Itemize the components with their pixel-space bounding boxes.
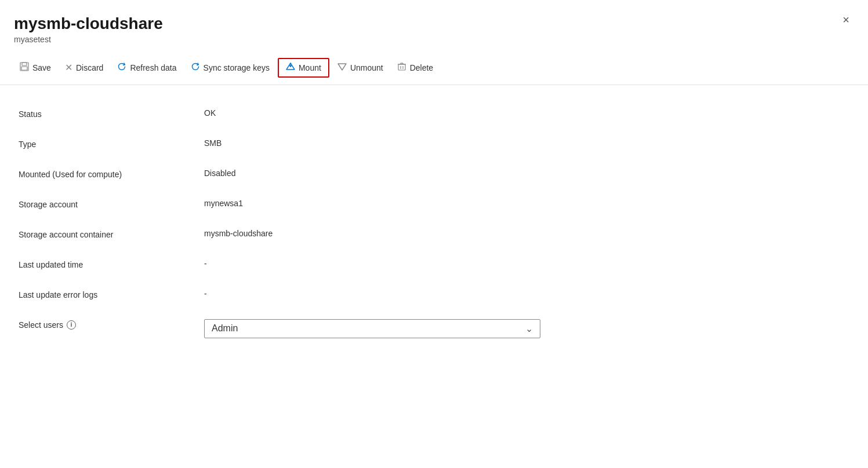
field-row-storage-container: Storage account container mysmb-cloudsha… <box>19 220 849 250</box>
mount-label: Mount <box>299 63 321 72</box>
field-value-storage-container: mysmb-cloudshare <box>204 229 849 238</box>
field-value-status: OK <box>204 108 849 118</box>
select-users-dropdown[interactable]: Admin ⌄ <box>204 319 540 338</box>
unmount-label: Unmount <box>350 63 383 72</box>
field-label-mounted: Mounted (Used for compute) <box>19 169 204 179</box>
delete-label: Delete <box>410 63 433 72</box>
field-row-storage-account: Storage account mynewsa1 <box>19 189 849 220</box>
field-label-error-logs: Last update error logs <box>19 289 204 299</box>
sync-label: Sync storage keys <box>204 63 270 72</box>
svg-marker-5 <box>289 65 292 67</box>
field-value-error-logs: - <box>204 289 849 298</box>
field-row-mounted: Mounted (Used for compute) Disabled <box>19 159 849 189</box>
mount-button[interactable]: Mount <box>278 58 329 78</box>
sync-button[interactable]: Sync storage keys <box>185 58 275 76</box>
field-value-storage-account: mynewsa1 <box>204 199 849 208</box>
save-icon <box>20 62 29 73</box>
svg-marker-6 <box>338 64 346 70</box>
field-label-status: Status <box>19 108 204 119</box>
panel-title: mysmb-cloudshare <box>14 14 849 34</box>
field-label-type: Type <box>19 138 204 149</box>
panel-header: mysmb-cloudshare myasetest × <box>0 0 868 44</box>
svg-rect-2 <box>21 67 27 70</box>
field-row-error-logs: Last update error logs - <box>19 280 849 310</box>
delete-button[interactable]: Delete <box>391 58 439 76</box>
save-label: Save <box>32 63 51 72</box>
field-row-status: Status OK <box>19 99 849 129</box>
field-value-last-updated: - <box>204 259 849 268</box>
delete-icon <box>397 62 406 73</box>
field-label-storage-account: Storage account <box>19 199 204 209</box>
mount-icon <box>286 62 295 74</box>
unmount-icon <box>337 62 347 73</box>
field-row-type: Type SMB <box>19 129 849 159</box>
field-label-storage-container: Storage account container <box>19 229 204 239</box>
select-users-label-text: Select users <box>19 320 63 330</box>
sync-icon <box>191 62 200 73</box>
refresh-button[interactable]: Refresh data <box>111 58 182 76</box>
svg-rect-7 <box>398 64 405 70</box>
save-button[interactable]: Save <box>14 58 57 76</box>
refresh-icon <box>117 62 126 73</box>
close-button[interactable]: × <box>838 12 854 28</box>
field-label-select-users: Select users i <box>19 319 204 330</box>
toolbar: Save ✕ Discard Refresh data <box>0 51 868 85</box>
field-value-mounted: Disabled <box>204 169 849 178</box>
field-row-last-updated: Last updated time - <box>19 250 849 280</box>
svg-rect-1 <box>22 63 27 65</box>
info-icon: i <box>67 320 76 330</box>
panel-subtitle: myasetest <box>14 35 849 44</box>
discard-icon: ✕ <box>65 63 72 72</box>
discard-button[interactable]: ✕ Discard <box>59 60 109 76</box>
select-users-value: Admin <box>212 323 238 334</box>
discard-label: Discard <box>76 63 103 72</box>
chevron-down-icon: ⌄ <box>525 323 533 334</box>
content-area: Status OK Type SMB Mounted (Used for com… <box>0 85 868 361</box>
field-label-last-updated: Last updated time <box>19 259 204 269</box>
refresh-label: Refresh data <box>130 63 176 72</box>
field-row-select-users: Select users i Admin ⌄ <box>19 310 849 348</box>
panel: mysmb-cloudshare myasetest × Save ✕ Disc… <box>0 0 868 468</box>
unmount-button[interactable]: Unmount <box>332 58 389 76</box>
field-value-type: SMB <box>204 138 849 148</box>
